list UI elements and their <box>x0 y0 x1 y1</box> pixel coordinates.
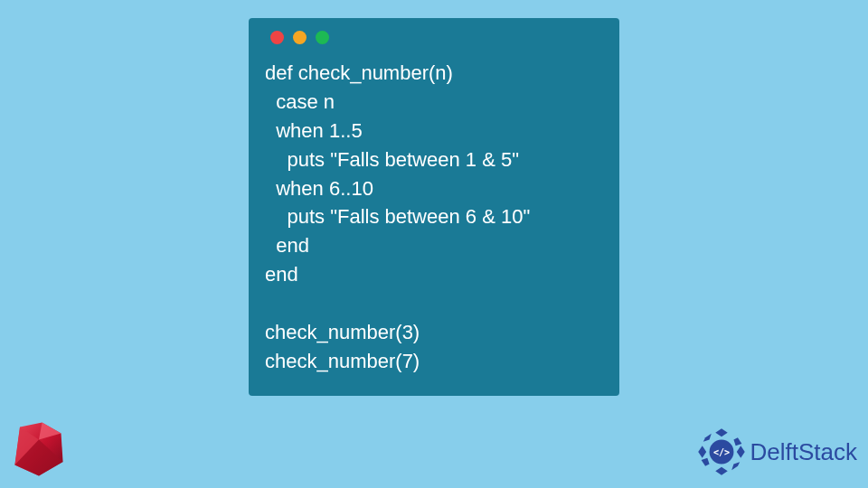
svg-marker-6 <box>736 446 744 457</box>
code-line: def check_number(n) <box>265 61 453 84</box>
svg-text:</>: </> <box>712 447 729 457</box>
svg-marker-7 <box>731 462 740 470</box>
delftstack-gear-icon: </> <box>696 427 747 477</box>
svg-marker-10 <box>698 446 706 457</box>
close-icon <box>270 31 284 44</box>
brand-name: DelftStack <box>750 438 858 466</box>
svg-marker-11 <box>703 434 711 442</box>
svg-marker-5 <box>733 437 741 446</box>
maximize-icon <box>316 31 329 44</box>
code-line: end <box>265 263 298 286</box>
code-line: case n <box>265 90 335 113</box>
traffic-lights <box>270 31 603 44</box>
code-line: check_number(7) <box>265 350 420 372</box>
code-line: puts "Falls between 6 & 10" <box>265 205 530 228</box>
delftstack-logo: </> DelftStack <box>696 427 858 477</box>
code-line: end <box>265 234 309 257</box>
svg-marker-9 <box>701 458 709 466</box>
svg-marker-8 <box>715 467 727 475</box>
code-block: def check_number(n) case n when 1..5 put… <box>265 59 603 376</box>
code-line: when 6..10 <box>265 177 373 200</box>
code-line: when 1..5 <box>265 119 363 142</box>
code-line: check_number(3) <box>265 321 420 343</box>
svg-marker-4 <box>715 428 727 436</box>
code-window: def check_number(n) case n when 1..5 put… <box>249 18 619 396</box>
minimize-icon <box>293 31 307 44</box>
code-line: puts "Falls between 1 & 5" <box>265 148 519 171</box>
ruby-logo-icon <box>7 418 71 481</box>
